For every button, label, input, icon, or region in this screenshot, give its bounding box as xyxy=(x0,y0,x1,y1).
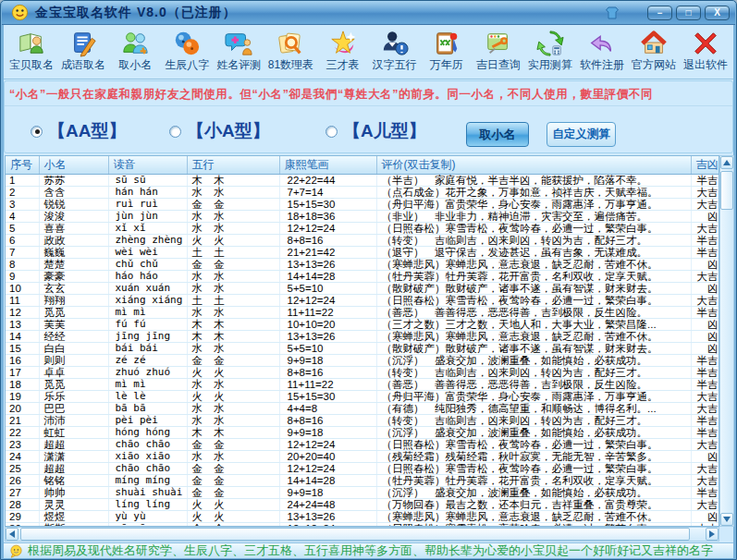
table-row[interactable]: 7巍巍wèi wèi土 土21+21=42（退守） 退守保吉，发迹甚迟，虽有吉象… xyxy=(6,246,719,258)
cell-小名: 锐锐 xyxy=(39,198,108,210)
table-row[interactable]: 26铭铭míng míng金 金14+14=28（牡丹芙蓉）牡丹芙蓉，花开富贵，… xyxy=(6,474,719,486)
scroll-up-button[interactable] xyxy=(720,156,733,169)
toolbar-button-calendar[interactable]: 万年历 xyxy=(421,27,473,79)
cell-吉凶: 大吉 xyxy=(691,294,719,306)
table-row[interactable]: 13芙芙fú fú木 木10+10=20（三才之数）三才之数，天地人和，大事大业… xyxy=(6,318,719,330)
table-row[interactable]: 14经经jīng jīng木 木13+13=26（寒蝉悲风）寒蝉悲风，意志衰退，… xyxy=(6,330,719,342)
table-row[interactable]: 17卓卓zhuó zhuó火 火8+8=16（转变） 吉临则吉，凶来则凶，转凶为… xyxy=(6,366,719,378)
table-row[interactable]: 3锐锐ruì ruì金 金15+15=30（舟归平海）富贵荣华，身心安泰，雨露惠… xyxy=(6,198,719,210)
toolbar-button-bazi[interactable]: 生辰八字 xyxy=(161,27,213,79)
table-row[interactable]: 25超超chāo chāo金 金12+12=24（日照春松）寒雪青松，夜莺吟春，… xyxy=(6,462,719,474)
column-header-6[interactable]: 吉凶 xyxy=(691,156,719,174)
table-row[interactable]: 2含含hán hán水 水7+7=14（点石成金）花开之象，万事如意，祯祥吉庆，… xyxy=(6,186,719,198)
cell-小名: 巍巍 xyxy=(39,246,108,258)
column-header-4[interactable]: 康熙笔画 xyxy=(279,156,376,174)
app-smiley-icon xyxy=(11,4,29,21)
cell-五行: 水 水 xyxy=(187,378,279,390)
minimize-button[interactable]: － xyxy=(647,6,672,20)
radio-small-a-type-dot[interactable] xyxy=(169,126,181,138)
cell-五行: 水 水 xyxy=(187,186,279,198)
cell-吉凶: 大吉 xyxy=(691,198,719,210)
toolbar-button-calc-tools[interactable]: 实用测算 xyxy=(524,27,576,79)
table-row[interactable]: 27帅帅shuài shuài金 金9+9=18（沉浮） 盛衰交加，波澜重叠，如… xyxy=(6,486,719,498)
column-header-3[interactable]: 五行 xyxy=(187,156,279,174)
table-row[interactable]: 5喜喜xǐ xǐ水 水12+12=24（日照春松）寒雪青松，夜莺吟春，必遭一过，… xyxy=(6,222,719,234)
radio-a-er-type-dot[interactable] xyxy=(326,126,338,138)
toolbar-button-nickname[interactable]: 取小名 xyxy=(109,27,161,79)
cell-吉凶: 半吉 xyxy=(691,486,719,498)
cell-吉凶: 凶 xyxy=(691,282,719,294)
cell-小名: 虹虹 xyxy=(39,426,108,438)
toolbar-button-exit-cross[interactable]: 退出软件 xyxy=(680,27,731,79)
table-row[interactable]: 29煜煜yù yù火 火13+13=26（寒蝉悲风）寒蝉悲风，意志衰退，缺乏忍耐… xyxy=(6,510,719,522)
radio-small-a-type[interactable]: 【小A型】 xyxy=(169,119,270,143)
table-row[interactable]: 21沛沛pèi pèi水 水8+8=16（转变） 吉临则吉，凶来则凶，转凶为吉，… xyxy=(6,414,719,426)
cell-序号: 15 xyxy=(6,342,39,354)
cell-康熙笔画: 4+4=8 xyxy=(279,402,376,414)
cell-五行: 火 火 xyxy=(187,234,279,246)
toolbar-button-numerology-table[interactable]: 81数理表 xyxy=(264,27,316,79)
table-row[interactable]: 9豪豪háo háo水 水14+14=28（牡丹芙蓉）牡丹芙蓉，花开富贵，名利双… xyxy=(6,270,719,282)
cell-序号: 16 xyxy=(6,354,39,366)
cell-序号: 28 xyxy=(6,498,39,510)
horizontal-scroll-thumb[interactable] xyxy=(20,528,690,541)
cell-序号: 8 xyxy=(6,258,39,270)
maximize-button[interactable]: □ xyxy=(676,6,701,20)
table-row[interactable]: 23超超chāo chāo金 金12+12=24（日照春松）寒雪青松，夜莺吟春，… xyxy=(6,438,719,450)
table-row[interactable]: 15白白bái bái水 水5+5=10（散财破产）散财破产，诸事不遂，虽有智谋… xyxy=(6,342,719,354)
custom-calc-button[interactable]: 自定义测算 xyxy=(547,122,616,147)
table-row[interactable]: 24潇潇xiāo xiāo水 水20+20=40（残菊经霜）残菊经霜，秋叶寂寞，… xyxy=(6,450,719,462)
radio-aa-type[interactable]: 【AA型】 xyxy=(31,119,126,143)
toolbar-button-register-arrow[interactable]: 软件注册 xyxy=(576,27,628,79)
get-nickname-button[interactable]: 取小名 xyxy=(466,122,529,147)
column-header-1[interactable]: 小名 xyxy=(39,156,108,174)
toolbar-button-baby-naming[interactable]: 宝贝取名 xyxy=(6,27,57,79)
table-row[interactable]: 4浚浚jùn jùn水 水18+18=36（非业） 非业非力，精神迫滞，灾害交至… xyxy=(6,210,719,222)
horizontal-scrollbar[interactable] xyxy=(5,527,719,542)
radio-a-er-type[interactable]: 【A儿型】 xyxy=(326,119,426,143)
scroll-left-button[interactable] xyxy=(6,528,18,541)
toolbar-label: 生辰八字 xyxy=(161,57,213,73)
cell-小名: 巴巴 xyxy=(39,402,108,414)
table-row[interactable]: 10玄玄xuán xuán水 水5+5=10（散财破产）散财破产，诸事不遂，虽有… xyxy=(6,282,719,294)
table-row[interactable]: 12觅觅mì mì水 水11+11=22（善恶） 善善得恶，恶恶得善，吉到极限，… xyxy=(6,306,719,318)
toolbar-button-name-test[interactable]: 姓名评测 xyxy=(213,27,264,79)
vertical-scroll-thumb[interactable] xyxy=(720,171,733,210)
scroll-down-button[interactable] xyxy=(720,513,733,526)
cell-评价(双击复制): （牡丹芙蓉）牡丹芙蓉，花开富贵，名利双收，定享天赋。 xyxy=(376,474,691,486)
title-bar: 金宝宝取名软件 V8.0（已注册） － □ X xyxy=(2,1,735,25)
scroll-right-button[interactable] xyxy=(706,528,719,541)
column-header-0[interactable]: 序号 xyxy=(6,156,39,174)
table-row[interactable]: 22虹虹hóng hóng木 木9+9=18（沉浮） 盛衰交加，波澜重叠，如能慎… xyxy=(6,426,719,438)
skin-icon[interactable] xyxy=(605,6,620,20)
toolbar-button-idiom-naming[interactable]: 成语取名 xyxy=(57,27,109,79)
cell-小名: 卓卓 xyxy=(39,366,108,378)
cell-序号: 5 xyxy=(6,222,39,234)
cell-评价(双击复制): （寒蝉悲风）寒蝉悲风，意志衰退，缺乏忍耐，苦难不休。 xyxy=(376,330,691,342)
cell-小名: 灵灵 xyxy=(39,498,108,510)
cell-五行: 金 金 xyxy=(187,438,279,450)
radio-aa-type-dot[interactable] xyxy=(31,126,43,138)
table-row[interactable]: 6政政zhèng zhèng火 火8+8=16（转变） 吉临则吉，凶来则凶，转凶… xyxy=(6,234,719,246)
column-header-5[interactable]: 评价(双击复制) xyxy=(376,156,691,174)
table-row[interactable]: 16则则zé zé金 金9+9=18（沉浮） 盛衰交加，波澜重叠，如能慎始，必获… xyxy=(6,354,719,366)
table-row[interactable]: 1苏苏sū sū木 木22+22=44（半吉） 家庭有悦，半吉半凶，能获援护，陷… xyxy=(6,174,719,186)
toolbar-button-hanzi-wuxing[interactable]: 汉字五行 xyxy=(369,27,421,79)
vertical-scrollbar[interactable] xyxy=(719,155,734,527)
cell-五行: 水 水 xyxy=(187,282,279,294)
table-row[interactable]: 19乐乐lè lè火 火15+15=30（舟归平海）富贵荣华，身心安泰，雨露惠泽… xyxy=(6,390,719,402)
table-row[interactable]: 8楚楚chǔ chǔ金 金13+13=26（寒蝉悲风）寒蝉悲风，意志衰退，缺乏忍… xyxy=(6,258,719,270)
table-row[interactable]: 28灵灵líng líng火 火24+24=48（万物回春）最吉之数，还本归元，… xyxy=(6,498,719,510)
toolbar-label: 万年历 xyxy=(421,57,473,73)
column-header-2[interactable]: 读音 xyxy=(108,156,187,174)
calc-tools-icon xyxy=(524,28,576,58)
toolbar-button-sancai-star[interactable]: 三才表 xyxy=(316,27,368,79)
close-button[interactable]: X xyxy=(705,6,730,20)
toolbar-button-lucky-day[interactable]: 吉日查询 xyxy=(473,27,524,79)
table-row[interactable]: 11翔翔xiáng xiáng土 土12+12=24（日照春松）寒雪青松，夜莺吟… xyxy=(6,294,719,306)
toolbar-button-website-home[interactable]: 官方网站 xyxy=(628,27,680,79)
table-row[interactable]: 20巴巴bā bā水 水4+4=8（有德） 纯阳独秀，德高望重，和顺畅达，博得名… xyxy=(6,402,719,414)
table-row[interactable]: 18觅觅mì mì水 水11+11=22（善恶） 善善得恶，恶恶得善，吉到极限，… xyxy=(6,378,719,390)
radio-label: 【A儿型】 xyxy=(343,119,426,143)
cell-五行: 金 金 xyxy=(187,462,279,474)
